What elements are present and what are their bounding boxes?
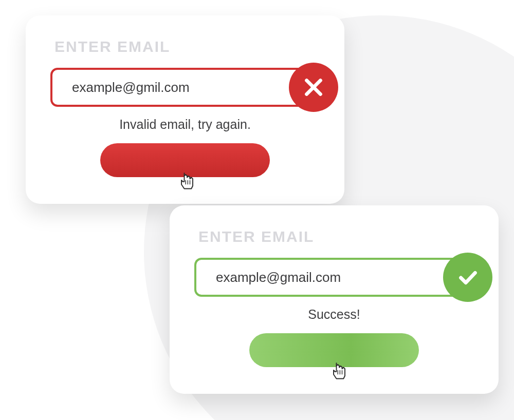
status-text-error: Invalid email, try again.: [50, 117, 320, 132]
card-label: ENTER EMAIL: [198, 228, 474, 245]
submit-button[interactable]: [249, 333, 419, 367]
submit-button[interactable]: [100, 143, 270, 177]
status-text-success: Success!: [194, 307, 474, 322]
input-row: [50, 68, 320, 107]
card-label: ENTER EMAIL: [54, 38, 320, 55]
error-badge: [289, 63, 338, 112]
success-badge: [443, 253, 492, 302]
email-card-success: ENTER EMAIL Success!: [170, 205, 499, 394]
email-card-error: ENTER EMAIL Invalid email, try again.: [26, 15, 344, 204]
x-icon: [302, 75, 325, 99]
input-row: [194, 258, 474, 297]
check-icon: [456, 265, 480, 289]
email-field[interactable]: [194, 258, 474, 297]
email-field[interactable]: [50, 68, 320, 107]
